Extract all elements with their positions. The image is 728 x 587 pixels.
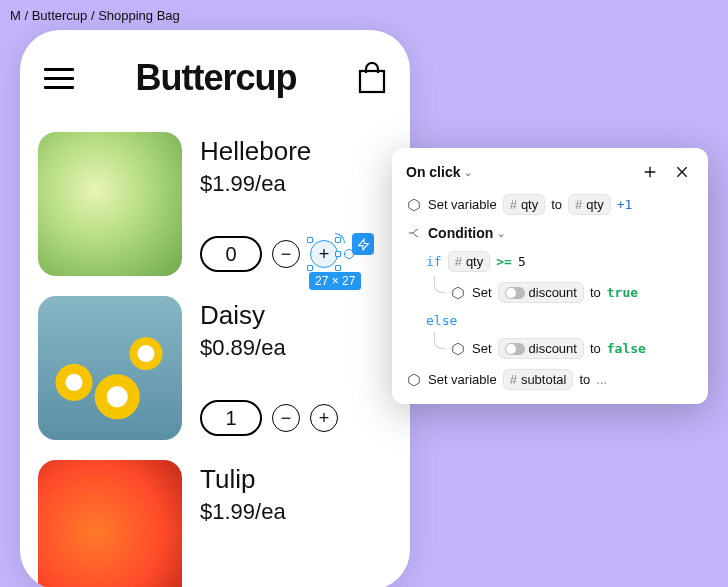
variable-chip[interactable]: discount xyxy=(498,338,584,359)
product-image xyxy=(38,296,182,440)
literal-false: false xyxy=(607,341,646,356)
decrement-button[interactable]: − xyxy=(272,404,300,432)
shopping-bag-icon[interactable] xyxy=(358,62,386,94)
variable-chip[interactable]: discount xyxy=(498,282,584,303)
hexagon-icon xyxy=(450,342,466,356)
variable-chip[interactable]: #qty xyxy=(503,194,546,215)
add-action-button[interactable] xyxy=(638,160,662,184)
close-button[interactable] xyxy=(670,160,694,184)
product-image xyxy=(38,460,182,587)
decrement-button[interactable]: − xyxy=(272,240,300,268)
action-label: Set xyxy=(472,285,492,300)
interaction-panel: On click⌄ Set variable #qty to #qty +1 xyxy=(392,148,708,404)
quantity-value: 1 xyxy=(200,400,262,436)
increment-button[interactable]: + xyxy=(310,240,338,268)
to-label: to xyxy=(590,285,601,300)
brand-title: Buttercup xyxy=(136,57,297,99)
product-name: Daisy xyxy=(200,300,392,331)
product-price: $0.89/ea xyxy=(200,335,392,361)
product-name: Hellebore xyxy=(200,136,392,167)
product-row: Daisy $0.89/ea 1 − + xyxy=(38,296,392,440)
action-label: Set xyxy=(472,341,492,356)
increment-button[interactable]: + xyxy=(310,404,338,432)
quantity-value: 0 xyxy=(200,236,262,272)
variable-chip[interactable]: #subtotal xyxy=(503,369,574,390)
product-row: Hellebore $1.99/ea 0 − + xyxy=(38,132,392,276)
action-row[interactable]: Set discount to true xyxy=(406,282,694,303)
product-row: Tulip $1.99/ea xyxy=(38,460,392,587)
to-label: to xyxy=(590,341,601,356)
product-price: $1.99/ea xyxy=(200,499,392,525)
selection-size-badge: 27 × 27 xyxy=(309,272,361,290)
condition-if-row[interactable]: if #qty >= 5 xyxy=(406,251,694,272)
expression-literal: +1 xyxy=(617,197,633,212)
expression-ellipsis: ... xyxy=(596,372,607,387)
product-price: $1.99/ea xyxy=(200,171,392,197)
else-keyword: else xyxy=(426,313,457,328)
condition-else-row[interactable]: else xyxy=(406,313,694,328)
svg-marker-1 xyxy=(358,239,368,250)
trigger-dropdown[interactable]: On click⌄ xyxy=(406,164,472,180)
svg-marker-2 xyxy=(409,199,420,211)
if-keyword: if xyxy=(426,254,442,269)
product-name: Tulip xyxy=(200,464,392,495)
hexagon-icon xyxy=(450,286,466,300)
product-image xyxy=(38,132,182,276)
action-label: Set variable xyxy=(428,372,497,387)
action-row[interactable]: Set variable #qty to #qty +1 xyxy=(406,194,694,215)
variable-chip[interactable]: #qty xyxy=(568,194,611,215)
interaction-badge-icon[interactable] xyxy=(352,233,374,255)
hamburger-menu-icon[interactable] xyxy=(44,68,74,89)
operator: >= xyxy=(496,254,512,269)
action-row[interactable]: Set variable #subtotal to ... xyxy=(406,369,694,390)
to-label: to xyxy=(551,197,562,212)
svg-rect-0 xyxy=(360,71,384,92)
breadcrumb[interactable]: M / Buttercup / Shopping Bag xyxy=(10,8,180,23)
to-label: to xyxy=(579,372,590,387)
hexagon-icon xyxy=(406,373,422,387)
literal: 5 xyxy=(518,254,526,269)
action-label: Set variable xyxy=(428,197,497,212)
hexagon-icon xyxy=(406,198,422,212)
phone-frame: Buttercup Hellebore $1.99/ea 0 − + xyxy=(20,30,410,587)
svg-marker-4 xyxy=(453,343,464,355)
condition-header[interactable]: Condition⌄ xyxy=(406,225,694,241)
literal-true: true xyxy=(607,285,638,300)
svg-marker-5 xyxy=(409,374,420,386)
action-row[interactable]: Set discount to false xyxy=(406,338,694,359)
branch-icon xyxy=(406,226,422,240)
svg-marker-3 xyxy=(453,287,464,299)
variable-chip[interactable]: #qty xyxy=(448,251,491,272)
